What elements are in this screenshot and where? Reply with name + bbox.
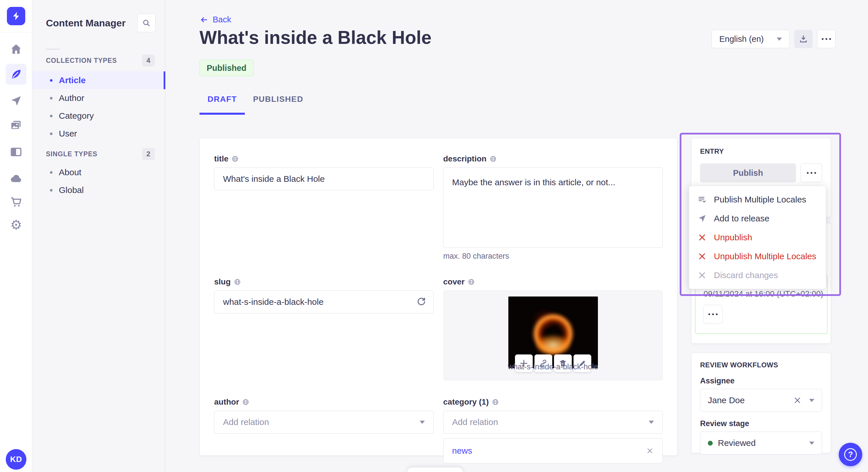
header-more-button[interactable] — [817, 30, 836, 48]
user-avatar[interactable]: KD — [6, 449, 26, 470]
status-badge: Published — [199, 60, 254, 76]
download-button[interactable] — [794, 30, 813, 48]
entry-panel-title: ENTRY — [700, 147, 822, 156]
sidebar-item-about[interactable]: About — [32, 164, 165, 181]
top-controls: English (en) — [712, 30, 836, 48]
menu-item-label: Discard changes — [714, 270, 778, 280]
sidebar-item-category[interactable]: Category — [32, 107, 165, 125]
sidebar-item-user[interactable]: User — [32, 125, 165, 142]
arrow-left-icon — [199, 15, 208, 24]
media-library-icon[interactable] — [6, 115, 26, 136]
sidebar-item-article[interactable]: Article — [32, 71, 165, 89]
locale-select[interactable]: English (en) — [712, 30, 789, 48]
menu-item-publish-multiple-locales[interactable]: Publish Multiple Locales — [689, 190, 826, 209]
globe-icon — [468, 278, 475, 285]
menu-item-label: Unpublish Multiple Locales — [714, 251, 816, 261]
globe-icon — [234, 278, 241, 285]
bullet-icon — [50, 115, 53, 117]
cross-icon — [697, 252, 707, 261]
field-slug: slug what-s-inside-a-black-hole — [214, 277, 434, 380]
page-title: What's inside a Black Hole — [199, 27, 431, 48]
single-types-label: SINGLE TYPES — [46, 150, 97, 158]
menu-item-add-to-release[interactable]: Add to release — [689, 209, 826, 228]
scheduled-date-text: 09/11/2024 at 16:00 (UTC+02:00) — [704, 289, 823, 299]
content-manager-icon[interactable] — [6, 64, 26, 85]
category-relation-select[interactable]: Add relation — [443, 411, 663, 434]
strapi-logo-icon[interactable] — [7, 7, 25, 25]
home-icon[interactable] — [6, 39, 26, 59]
description-helper-text: max. 80 characters — [443, 252, 663, 261]
tab-draft[interactable]: DRAFT — [199, 95, 245, 115]
title-input[interactable]: What's inside a Black Hole — [214, 167, 434, 191]
cover-field-label: cover — [443, 277, 465, 286]
chevron-down-icon — [420, 421, 425, 424]
description-field-label: description — [443, 154, 487, 164]
bullet-icon — [50, 189, 53, 192]
field-author: author Add relation — [214, 398, 434, 463]
back-link[interactable]: Back — [199, 15, 231, 24]
deploy-cloud-icon[interactable] — [6, 168, 26, 189]
floating-action-bar[interactable] — [407, 467, 463, 472]
help-button[interactable]: ? — [839, 443, 862, 466]
relation-link-news[interactable]: news — [452, 446, 472, 456]
field-description: description Maybe the answer is in this … — [443, 154, 663, 261]
menu-item-label: Add to release — [714, 214, 769, 224]
content-manager-sidebar: Content Manager COLLECTION TYPES 4 Artic… — [32, 0, 165, 472]
bullet-icon — [50, 171, 53, 174]
assignee-select[interactable]: Jane Doe — [700, 389, 822, 412]
entry-actions-menu: Publish Multiple Locales Add to release … — [689, 186, 826, 289]
bullet-icon — [50, 79, 53, 82]
content-type-builder-icon[interactable] — [6, 142, 26, 162]
scheduled-more-button[interactable] — [704, 305, 722, 324]
review-workflows-title: REVIEW WORKFLOWS — [700, 361, 822, 369]
review-stage-label: Review stage — [700, 419, 822, 428]
menu-item-unpublish-multiple-locales[interactable]: Unpublish Multiple Locales — [689, 247, 826, 266]
sidebar-item-label: Global — [59, 185, 84, 195]
sidebar-item-label: Category — [59, 111, 94, 121]
publish-button[interactable]: Publish — [700, 164, 796, 182]
globe-icon — [231, 155, 239, 163]
icon-rail: ⚙ KD — [0, 0, 32, 472]
marketplace-cart-icon[interactable] — [6, 192, 26, 212]
regenerate-slug-icon[interactable] — [416, 296, 427, 307]
entry-more-button[interactable] — [801, 164, 822, 182]
sidebar-title: Content Manager — [46, 18, 126, 29]
slug-field-label: slug — [214, 277, 231, 286]
slug-input[interactable]: what-s-inside-a-black-hole — [214, 291, 434, 313]
title-field-label: title — [214, 154, 228, 164]
review-stage-select[interactable]: Reviewed — [700, 432, 822, 454]
chevron-down-icon — [649, 421, 654, 424]
menu-item-label: Unpublish — [714, 233, 752, 242]
description-textarea[interactable]: Maybe the answer is in this article, or … — [443, 167, 663, 248]
bullet-icon — [50, 97, 53, 100]
question-mark-icon: ? — [844, 448, 857, 461]
category-placeholder: Add relation — [452, 417, 498, 427]
menu-item-unpublish[interactable]: Unpublish — [689, 228, 826, 247]
author-relation-select[interactable]: Add relation — [214, 411, 434, 434]
chevron-down-icon — [809, 399, 814, 402]
menu-item-label: Publish Multiple Locales — [714, 195, 806, 204]
settings-gear-icon[interactable]: ⚙ — [6, 214, 26, 235]
assignee-label: Assignee — [700, 376, 822, 385]
version-tabs: DRAFT PUBLISHED — [199, 95, 311, 115]
cover-media-box: what-s-inside-a-black-hole — [443, 291, 663, 380]
sidebar-item-author[interactable]: Author — [32, 89, 165, 107]
list-arrow-icon — [697, 195, 707, 204]
menu-item-discard-changes[interactable]: Discard changes — [689, 266, 826, 285]
download-icon — [799, 34, 808, 43]
releases-icon[interactable] — [6, 91, 26, 111]
clear-assignee-icon[interactable] — [793, 396, 802, 405]
sidebar-item-label: About — [59, 167, 81, 177]
search-button[interactable] — [137, 14, 156, 32]
collection-types-label: COLLECTION TYPES — [46, 57, 117, 65]
sidebar-item-global[interactable]: Global — [32, 181, 165, 199]
tab-published[interactable]: PUBLISHED — [245, 95, 311, 115]
category-relation-item: news — [443, 438, 663, 463]
paper-plane-icon — [697, 214, 707, 223]
rail-divider — [0, 32, 32, 32]
assignee-value: Jane Doe — [708, 396, 793, 405]
remove-relation-icon[interactable] — [646, 447, 654, 455]
collection-types-count-badge: 4 — [142, 55, 155, 67]
search-icon — [142, 19, 151, 27]
single-types-count-badge: 2 — [142, 148, 155, 160]
